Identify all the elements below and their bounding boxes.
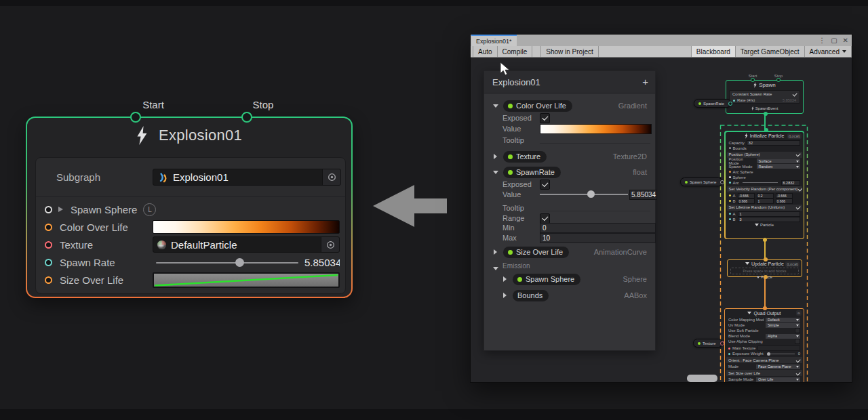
param-row-bounds[interactable]: Bounds AABox <box>484 289 655 301</box>
a-z-field[interactable]: -0.666 <box>776 193 793 198</box>
mode-dropdown[interactable]: Face Camera Plane <box>756 364 800 369</box>
local-space-badge[interactable]: (Local) <box>787 133 802 139</box>
object-picker-button[interactable] <box>322 169 340 185</box>
main-texture-field[interactable] <box>757 345 800 351</box>
max-field[interactable]: 10 <box>540 233 656 243</box>
spawn-output-port[interactable] <box>764 112 768 116</box>
spawn-stop-port[interactable] <box>776 78 781 82</box>
blend-mode-dropdown[interactable]: Alpha <box>766 334 800 339</box>
quad-output-node[interactable]: Quad Output ∞ Color Mapping Mode Default… <box>724 308 804 383</box>
param-row-spawnrate[interactable]: SpawnRate float <box>484 166 655 178</box>
output-input-port[interactable] <box>763 306 767 310</box>
expander-icon[interactable] <box>58 207 63 212</box>
chevron-right-icon[interactable] <box>494 249 497 255</box>
node-header[interactable]: Explosion01 <box>27 126 351 145</box>
texture-parameter-node[interactable]: Texture <box>693 339 723 348</box>
parameter-output-port[interactable] <box>720 341 724 345</box>
exposed-checkbox[interactable] <box>540 113 550 123</box>
chevron-right-icon[interactable] <box>503 293 507 298</box>
spawn-context-node[interactable]: Start Stop Spawn Constant Spawn Rate Rat… <box>726 80 804 114</box>
block-enabled-check-icon[interactable] <box>796 358 801 362</box>
initialize-node-header[interactable]: Initialize Particle (Local) <box>726 132 804 140</box>
initialize-input-port[interactable] <box>764 128 768 132</box>
uv-mode-dropdown[interactable]: Simple <box>766 323 800 328</box>
tooltip-field[interactable] <box>540 143 650 144</box>
tooltip-field[interactable] <box>540 211 650 211</box>
param-pill[interactable]: Size Over Life <box>503 247 569 258</box>
arc-slider-track[interactable] <box>743 182 778 183</box>
block-enabled-check-icon[interactable] <box>795 152 800 157</box>
block-enabled-check-icon[interactable] <box>793 92 797 97</box>
parameter-node-partial[interactable] <box>687 375 717 382</box>
arc-port[interactable] <box>729 182 731 184</box>
initialize-particle-node[interactable]: Initialize Particle (Local) Capacity 32 … <box>724 131 804 239</box>
a-y-field[interactable]: 0.2 <box>757 193 774 198</box>
arc-value-field[interactable]: 6.2832 <box>781 180 800 186</box>
add-parameter-button[interactable]: + <box>642 76 648 87</box>
chevron-right-icon[interactable] <box>503 276 507 282</box>
a-x-field[interactable]: -0.666 <box>738 193 755 198</box>
gradient-preview[interactable] <box>153 220 340 234</box>
spawn-event-output[interactable]: SpawnEvent <box>726 105 803 111</box>
local-space-badge[interactable]: (Local) <box>785 261 800 267</box>
curve-preview[interactable] <box>153 272 340 288</box>
constant-spawn-rate-block[interactable]: Constant Spawn Rate Rate (#/s) 5.85034 <box>729 90 800 104</box>
chevron-down-icon[interactable] <box>493 104 498 108</box>
update-particle-node[interactable]: Update Particle (Local) Press space to a… <box>727 259 802 277</box>
range-checkbox[interactable] <box>540 213 550 224</box>
param-row-spawn-sphere[interactable]: Spawn Sphere Sphere <box>484 273 655 285</box>
exposure-slider-track[interactable] <box>767 354 795 354</box>
port-size-over-life[interactable] <box>45 276 52 284</box>
block-enabled-check-icon[interactable] <box>797 187 802 192</box>
b-y-field[interactable]: 1 <box>757 198 774 204</box>
exposure-value[interactable]: 0 <box>798 352 800 356</box>
param-row-color-over-life[interactable]: Color Over Life Gradient <box>484 100 655 112</box>
spawnrate-parameter-node[interactable]: SpawnRate <box>694 99 731 108</box>
particle-output[interactable]: Particle <box>726 222 804 228</box>
set-size-over-life-block[interactable]: Set Size over Life <box>726 370 802 376</box>
gradient-value-field[interactable] <box>540 124 652 134</box>
color-mapping-dropdown[interactable]: Default <box>766 318 800 322</box>
chevron-down-icon[interactable] <box>493 171 498 174</box>
texture-object-field[interactable]: DefaultParticle <box>153 236 340 253</box>
a-port[interactable] <box>729 213 731 215</box>
render-state-badge[interactable]: ∞ <box>796 310 802 316</box>
sphere-port[interactable] <box>729 176 731 178</box>
param-pill[interactable]: Bounds <box>513 290 549 301</box>
slider-track[interactable] <box>156 262 298 264</box>
add-blocks-placeholder[interactable]: Press space to add blocks <box>730 268 799 274</box>
param-row-texture[interactable]: Texture Texture2D <box>484 150 655 163</box>
start-flow-port[interactable] <box>130 112 141 123</box>
port-texture[interactable] <box>45 241 52 249</box>
spawn-rate-value[interactable]: 5.85034 <box>304 257 340 268</box>
a-port[interactable] <box>729 194 731 196</box>
main-texture-port[interactable] <box>728 348 730 350</box>
position-mode-dropdown[interactable]: Surface <box>757 159 800 163</box>
param-pill[interactable]: Texture <box>503 151 547 163</box>
blackboard-panel[interactable]: Explosion01 + Color Over Life Gradient E… <box>484 70 656 351</box>
exposed-checkbox[interactable] <box>540 180 550 190</box>
update-input-port[interactable] <box>764 257 768 261</box>
spawn-start-port[interactable] <box>751 78 755 82</box>
rate-port[interactable] <box>733 100 735 102</box>
set-lifetime-random-block[interactable]: Set Lifetime Random (Uniform) <box>727 205 802 211</box>
initialize-output-port[interactable] <box>763 238 767 242</box>
capacity-field[interactable]: 32 <box>747 140 800 146</box>
block-enabled-check-icon[interactable] <box>796 371 801 375</box>
param-pill[interactable]: Spawn Sphere <box>513 274 580 285</box>
explosion01-subgraph-node[interactable]: Start Stop Explosion01 Subgraph <box>26 117 353 298</box>
spawn-sphere-parameter-node[interactable]: Spawn Sphere <box>680 177 723 186</box>
port-spawn-sphere[interactable] <box>45 206 52 213</box>
parameter-output-port[interactable] <box>720 180 724 184</box>
slider-handle[interactable] <box>235 258 244 267</box>
sample-mode-dropdown[interactable]: Over Life <box>756 377 800 382</box>
min-field[interactable]: 0 <box>540 223 656 233</box>
stop-flow-port[interactable] <box>241 112 252 123</box>
object-picker-button[interactable] <box>321 237 339 252</box>
param-row-size-over-life[interactable]: Size Over Life AnimationCurve <box>484 246 655 258</box>
exposure-slider-handle[interactable] <box>767 352 770 356</box>
port-spawn-rate[interactable] <box>45 259 52 266</box>
spawnrate-value-field[interactable]: 5.85034 <box>629 190 657 200</box>
orient-block[interactable]: Orient : Face Camera Plane <box>726 357 802 363</box>
block-enabled-check-icon[interactable] <box>795 205 800 210</box>
